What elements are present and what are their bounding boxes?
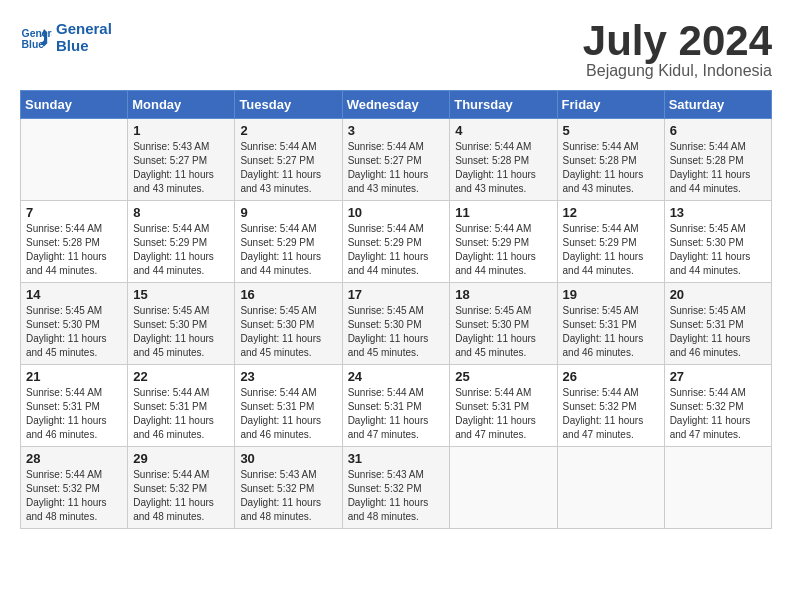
day-info: Sunrise: 5:43 AM Sunset: 5:32 PM Dayligh… [348, 468, 445, 524]
day-info: Sunrise: 5:45 AM Sunset: 5:30 PM Dayligh… [455, 304, 551, 360]
day-number: 16 [240, 287, 336, 302]
calendar-cell: 8Sunrise: 5:44 AM Sunset: 5:29 PM Daylig… [128, 201, 235, 283]
calendar-cell: 14Sunrise: 5:45 AM Sunset: 5:30 PM Dayli… [21, 283, 128, 365]
day-info: Sunrise: 5:44 AM Sunset: 5:32 PM Dayligh… [26, 468, 122, 524]
day-number: 10 [348, 205, 445, 220]
svg-text:General: General [22, 28, 52, 39]
day-number: 24 [348, 369, 445, 384]
day-info: Sunrise: 5:45 AM Sunset: 5:30 PM Dayligh… [26, 304, 122, 360]
header-friday: Friday [557, 91, 664, 119]
day-info: Sunrise: 5:44 AM Sunset: 5:31 PM Dayligh… [26, 386, 122, 442]
day-number: 4 [455, 123, 551, 138]
day-info: Sunrise: 5:44 AM Sunset: 5:31 PM Dayligh… [240, 386, 336, 442]
day-info: Sunrise: 5:44 AM Sunset: 5:28 PM Dayligh… [26, 222, 122, 278]
calendar-table: SundayMondayTuesdayWednesdayThursdayFrid… [20, 90, 772, 529]
calendar-cell: 2Sunrise: 5:44 AM Sunset: 5:27 PM Daylig… [235, 119, 342, 201]
calendar-cell: 21Sunrise: 5:44 AM Sunset: 5:31 PM Dayli… [21, 365, 128, 447]
day-info: Sunrise: 5:44 AM Sunset: 5:32 PM Dayligh… [563, 386, 659, 442]
day-number: 29 [133, 451, 229, 466]
calendar-cell: 6Sunrise: 5:44 AM Sunset: 5:28 PM Daylig… [664, 119, 771, 201]
calendar-week-5: 28Sunrise: 5:44 AM Sunset: 5:32 PM Dayli… [21, 447, 772, 529]
day-number: 8 [133, 205, 229, 220]
calendar-cell: 24Sunrise: 5:44 AM Sunset: 5:31 PM Dayli… [342, 365, 450, 447]
day-number: 21 [26, 369, 122, 384]
day-number: 18 [455, 287, 551, 302]
day-info: Sunrise: 5:44 AM Sunset: 5:32 PM Dayligh… [670, 386, 766, 442]
day-number: 26 [563, 369, 659, 384]
calendar-cell [21, 119, 128, 201]
header-tuesday: Tuesday [235, 91, 342, 119]
day-info: Sunrise: 5:44 AM Sunset: 5:27 PM Dayligh… [240, 140, 336, 196]
calendar-cell: 16Sunrise: 5:45 AM Sunset: 5:30 PM Dayli… [235, 283, 342, 365]
calendar-cell: 27Sunrise: 5:44 AM Sunset: 5:32 PM Dayli… [664, 365, 771, 447]
header-thursday: Thursday [450, 91, 557, 119]
logo-general: General [56, 20, 112, 37]
calendar-cell: 15Sunrise: 5:45 AM Sunset: 5:30 PM Dayli… [128, 283, 235, 365]
calendar-cell [664, 447, 771, 529]
calendar-cell: 7Sunrise: 5:44 AM Sunset: 5:28 PM Daylig… [21, 201, 128, 283]
day-number: 11 [455, 205, 551, 220]
day-info: Sunrise: 5:44 AM Sunset: 5:29 PM Dayligh… [348, 222, 445, 278]
header-saturday: Saturday [664, 91, 771, 119]
day-number: 9 [240, 205, 336, 220]
day-number: 19 [563, 287, 659, 302]
day-info: Sunrise: 5:45 AM Sunset: 5:30 PM Dayligh… [348, 304, 445, 360]
day-number: 31 [348, 451, 445, 466]
day-info: Sunrise: 5:44 AM Sunset: 5:29 PM Dayligh… [455, 222, 551, 278]
calendar-cell: 29Sunrise: 5:44 AM Sunset: 5:32 PM Dayli… [128, 447, 235, 529]
day-number: 25 [455, 369, 551, 384]
calendar-header: SundayMondayTuesdayWednesdayThursdayFrid… [21, 91, 772, 119]
header-monday: Monday [128, 91, 235, 119]
calendar-week-4: 21Sunrise: 5:44 AM Sunset: 5:31 PM Dayli… [21, 365, 772, 447]
day-info: Sunrise: 5:45 AM Sunset: 5:30 PM Dayligh… [240, 304, 336, 360]
calendar-title: July 2024 [583, 20, 772, 62]
day-number: 7 [26, 205, 122, 220]
day-info: Sunrise: 5:44 AM Sunset: 5:28 PM Dayligh… [670, 140, 766, 196]
day-info: Sunrise: 5:44 AM Sunset: 5:28 PM Dayligh… [455, 140, 551, 196]
calendar-cell: 31Sunrise: 5:43 AM Sunset: 5:32 PM Dayli… [342, 447, 450, 529]
day-number: 22 [133, 369, 229, 384]
calendar-cell: 25Sunrise: 5:44 AM Sunset: 5:31 PM Dayli… [450, 365, 557, 447]
logo: General Blue General Blue [20, 20, 112, 54]
day-info: Sunrise: 5:45 AM Sunset: 5:30 PM Dayligh… [133, 304, 229, 360]
title-block: July 2024 Bejagung Kidul, Indonesia [583, 20, 772, 80]
day-number: 2 [240, 123, 336, 138]
calendar-cell: 13Sunrise: 5:45 AM Sunset: 5:30 PM Dayli… [664, 201, 771, 283]
calendar-cell: 12Sunrise: 5:44 AM Sunset: 5:29 PM Dayli… [557, 201, 664, 283]
calendar-cell: 28Sunrise: 5:44 AM Sunset: 5:32 PM Dayli… [21, 447, 128, 529]
page-header: General Blue General Blue July 2024 Beja… [20, 20, 772, 80]
day-number: 14 [26, 287, 122, 302]
day-number: 3 [348, 123, 445, 138]
day-info: Sunrise: 5:44 AM Sunset: 5:29 PM Dayligh… [240, 222, 336, 278]
calendar-cell: 3Sunrise: 5:44 AM Sunset: 5:27 PM Daylig… [342, 119, 450, 201]
header-wednesday: Wednesday [342, 91, 450, 119]
calendar-week-3: 14Sunrise: 5:45 AM Sunset: 5:30 PM Dayli… [21, 283, 772, 365]
day-info: Sunrise: 5:44 AM Sunset: 5:31 PM Dayligh… [455, 386, 551, 442]
calendar-cell: 23Sunrise: 5:44 AM Sunset: 5:31 PM Dayli… [235, 365, 342, 447]
calendar-cell: 19Sunrise: 5:45 AM Sunset: 5:31 PM Dayli… [557, 283, 664, 365]
calendar-cell: 26Sunrise: 5:44 AM Sunset: 5:32 PM Dayli… [557, 365, 664, 447]
day-info: Sunrise: 5:44 AM Sunset: 5:32 PM Dayligh… [133, 468, 229, 524]
day-info: Sunrise: 5:45 AM Sunset: 5:30 PM Dayligh… [670, 222, 766, 278]
logo-icon: General Blue [20, 21, 52, 53]
calendar-cell: 20Sunrise: 5:45 AM Sunset: 5:31 PM Dayli… [664, 283, 771, 365]
calendar-week-1: 1Sunrise: 5:43 AM Sunset: 5:27 PM Daylig… [21, 119, 772, 201]
calendar-cell: 10Sunrise: 5:44 AM Sunset: 5:29 PM Dayli… [342, 201, 450, 283]
day-info: Sunrise: 5:44 AM Sunset: 5:29 PM Dayligh… [133, 222, 229, 278]
day-info: Sunrise: 5:44 AM Sunset: 5:31 PM Dayligh… [348, 386, 445, 442]
svg-text:Blue: Blue [22, 39, 45, 50]
calendar-week-2: 7Sunrise: 5:44 AM Sunset: 5:28 PM Daylig… [21, 201, 772, 283]
day-info: Sunrise: 5:44 AM Sunset: 5:29 PM Dayligh… [563, 222, 659, 278]
day-number: 23 [240, 369, 336, 384]
logo-blue: Blue [56, 37, 112, 54]
calendar-cell: 17Sunrise: 5:45 AM Sunset: 5:30 PM Dayli… [342, 283, 450, 365]
day-number: 28 [26, 451, 122, 466]
day-info: Sunrise: 5:45 AM Sunset: 5:31 PM Dayligh… [670, 304, 766, 360]
day-info: Sunrise: 5:43 AM Sunset: 5:32 PM Dayligh… [240, 468, 336, 524]
calendar-cell: 9Sunrise: 5:44 AM Sunset: 5:29 PM Daylig… [235, 201, 342, 283]
calendar-cell: 5Sunrise: 5:44 AM Sunset: 5:28 PM Daylig… [557, 119, 664, 201]
day-number: 12 [563, 205, 659, 220]
calendar-cell: 1Sunrise: 5:43 AM Sunset: 5:27 PM Daylig… [128, 119, 235, 201]
calendar-cell: 30Sunrise: 5:43 AM Sunset: 5:32 PM Dayli… [235, 447, 342, 529]
calendar-cell: 22Sunrise: 5:44 AM Sunset: 5:31 PM Dayli… [128, 365, 235, 447]
